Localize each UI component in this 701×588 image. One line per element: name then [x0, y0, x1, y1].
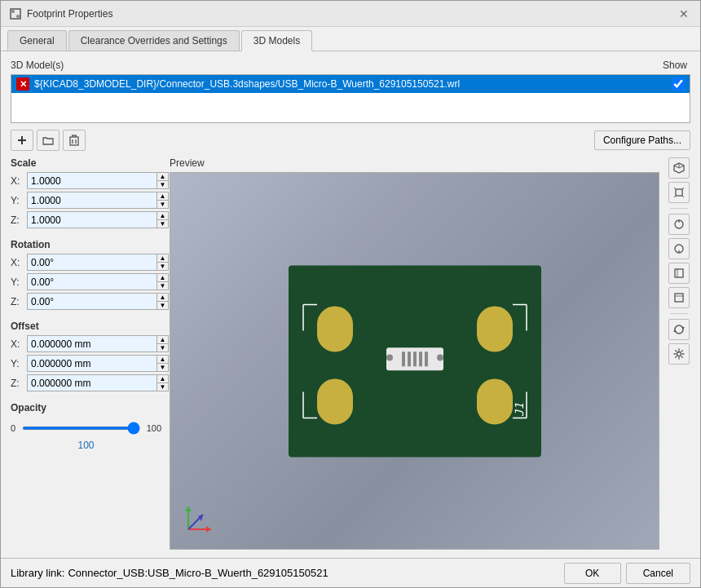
- svg-rect-37: [675, 269, 683, 277]
- preview-label: Preview: [170, 157, 659, 169]
- delete-model-button[interactable]: [63, 130, 86, 151]
- rotation-x-wrap: ▲ ▼: [27, 254, 169, 271]
- rotation-y-wrap: ▲ ▼: [27, 273, 169, 290]
- svg-point-43: [677, 352, 681, 356]
- model-path: ${KICAD8_3DMODEL_DIR}/Connector_USB.3dsh…: [34, 78, 667, 90]
- pin-1: [402, 351, 405, 366]
- scale-y-row: Y: ▲ ▼: [11, 192, 161, 209]
- offset-z-input[interactable]: [28, 375, 157, 391]
- offset-y-input[interactable]: [28, 356, 157, 371]
- opacity-slider[interactable]: [22, 427, 140, 430]
- scale-x-spinner: ▲ ▼: [157, 173, 168, 188]
- add-model-button[interactable]: [11, 130, 33, 151]
- preview-area: Preview: [170, 157, 659, 550]
- preview-canvas[interactable]: J1: [170, 172, 659, 550]
- scale-x-up[interactable]: ▲: [157, 173, 168, 181]
- view-bottom-button[interactable]: [668, 238, 690, 259]
- titlebar-left: Footprint Properties: [9, 7, 112, 20]
- scale-z-up[interactable]: ▲: [157, 212, 168, 220]
- view-3d-button-2[interactable]: [668, 182, 690, 203]
- scale-y-input[interactable]: [28, 192, 157, 208]
- scale-z-label: Z:: [11, 214, 27, 226]
- configure-paths-button[interactable]: Configure Paths...: [594, 130, 690, 150]
- offset-z-up[interactable]: ▲: [157, 375, 168, 383]
- scale-z-input[interactable]: [28, 212, 157, 228]
- pcb-board: J1: [289, 265, 541, 457]
- view-3d-button-1[interactable]: [668, 157, 690, 179]
- scale-y-up[interactable]: ▲: [157, 192, 168, 201]
- browse-folder-button[interactable]: [37, 130, 60, 151]
- offset-z-wrap: ▲ ▼: [27, 374, 169, 391]
- refresh-button[interactable]: [668, 319, 690, 340]
- offset-y-spinner: ▲ ▼: [157, 356, 168, 371]
- cancel-button[interactable]: Cancel: [626, 563, 690, 584]
- offset-x-down[interactable]: ▼: [157, 344, 168, 351]
- view-front-button[interactable]: [668, 263, 690, 284]
- offset-y-up[interactable]: ▲: [157, 356, 168, 364]
- cube-ortho-icon: [672, 186, 686, 199]
- scale-z-spinner: ▲ ▼: [157, 212, 168, 228]
- dot-right: [437, 355, 443, 361]
- settings-button[interactable]: [668, 343, 690, 365]
- opacity-value: 100: [11, 440, 161, 451]
- pad-top-left: [317, 306, 353, 351]
- svg-marker-22: [185, 506, 192, 511]
- rotation-x-input[interactable]: [28, 254, 157, 270]
- pad-bottom-left: [317, 378, 353, 424]
- error-icon: ✕: [16, 77, 29, 91]
- pad-bottom-right: [477, 378, 513, 424]
- scale-z-wrap: ▲ ▼: [27, 211, 169, 228]
- svg-marker-42: [673, 329, 677, 332]
- rotation-z-down[interactable]: ▼: [157, 302, 168, 309]
- connector-center: [386, 347, 443, 370]
- tab-3dmodels[interactable]: 3D Models: [241, 30, 312, 51]
- rotation-y-label: Y:: [11, 276, 27, 288]
- pcb-ref-label: J1: [513, 403, 526, 417]
- rotation-label: Rotation: [11, 239, 161, 250]
- rotation-y-input[interactable]: [28, 274, 157, 290]
- offset-z-label: Z:: [11, 378, 27, 389]
- offset-label: Offset: [11, 321, 161, 332]
- rotation-x-up[interactable]: ▲: [157, 254, 168, 263]
- tab-general[interactable]: General: [7, 30, 67, 51]
- rotation-z-input[interactable]: [28, 294, 157, 309]
- view-side-button[interactable]: [668, 287, 690, 308]
- left-panel: Scale X: ▲ ▼ Y:: [11, 157, 161, 550]
- main-window: Footprint Properties ✕ General Clearance…: [0, 0, 701, 588]
- opacity-row: 0 100: [11, 420, 161, 436]
- view-top-icon: [673, 219, 685, 230]
- offset-section: Offset X: ▲ ▼ Y:: [11, 321, 161, 394]
- view-front-icon: [673, 267, 685, 279]
- offset-y-down[interactable]: ▼: [157, 364, 168, 371]
- offset-z-spinner: ▲ ▼: [157, 375, 168, 391]
- scale-y-down[interactable]: ▼: [157, 201, 168, 208]
- svg-line-32: [674, 196, 676, 197]
- tab-clearance[interactable]: Clearance Overrides and Settings: [68, 30, 240, 51]
- model-row[interactable]: ✕ ${KICAD8_3DMODEL_DIR}/Connector_USB.3d…: [11, 75, 690, 93]
- offset-z-down[interactable]: ▼: [157, 383, 168, 391]
- scale-z-down[interactable]: ▼: [157, 220, 168, 228]
- view-top-button[interactable]: [668, 214, 690, 235]
- ok-button[interactable]: OK: [564, 563, 621, 584]
- svg-line-27: [674, 166, 679, 168]
- rotation-z-spinner: ▲ ▼: [157, 294, 168, 309]
- offset-x-row: X: ▲ ▼: [11, 335, 161, 352]
- opacity-max: 100: [147, 423, 161, 433]
- close-button[interactable]: ✕: [676, 6, 692, 22]
- sidebar-separator-1: [670, 208, 688, 209]
- svg-marker-20: [206, 526, 211, 533]
- offset-x-input[interactable]: [28, 336, 157, 351]
- scale-x-input[interactable]: [28, 173, 157, 188]
- model-list-section: 3D Model(s) Show ✕ ${KICAD8_3DMODEL_DIR}…: [11, 60, 690, 123]
- rotation-x-down[interactable]: ▼: [157, 263, 168, 270]
- svg-line-31: [682, 196, 684, 197]
- rotation-z-up[interactable]: ▲: [157, 294, 168, 302]
- model-visible-checkbox[interactable]: [672, 77, 685, 91]
- offset-x-up[interactable]: ▲: [157, 336, 168, 344]
- svg-line-29: [674, 188, 676, 189]
- svg-marker-41: [681, 327, 685, 329]
- rotation-y-down[interactable]: ▼: [157, 282, 168, 290]
- rotation-y-up[interactable]: ▲: [157, 274, 168, 282]
- scale-x-down[interactable]: ▼: [157, 181, 168, 188]
- scale-x-wrap: ▲ ▼: [27, 172, 169, 189]
